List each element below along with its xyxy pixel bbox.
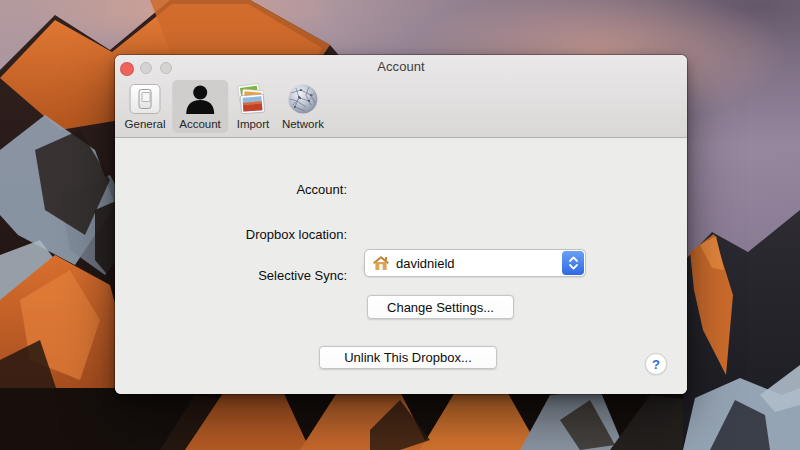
tab-label: Network xyxy=(282,118,324,130)
preferences-content: Account: mda.ur89.qlwe48Bhg@gmvlcd .nrem… xyxy=(115,138,687,394)
switch-icon xyxy=(129,83,160,115)
tab-label: Account xyxy=(179,118,221,130)
preferences-window: Account General Account xyxy=(115,55,687,394)
tab-label: Import xyxy=(237,118,270,130)
window-chrome: Account General Account xyxy=(115,55,687,138)
home-folder-icon xyxy=(373,256,389,270)
photos-stack-icon xyxy=(236,83,270,115)
change-settings-button[interactable]: Change Settings... xyxy=(367,295,514,319)
window-title: Account xyxy=(115,59,687,74)
globe-network-icon xyxy=(287,83,319,115)
titlebar[interactable]: Account xyxy=(115,55,687,77)
help-button[interactable]: ? xyxy=(645,353,667,375)
tab-import[interactable]: Import xyxy=(229,80,277,133)
selective-sync-label: Selective Sync: xyxy=(115,268,347,284)
tab-label: General xyxy=(125,118,166,130)
tab-account[interactable]: Account xyxy=(172,80,228,133)
dropdown-stepper-icon xyxy=(562,251,584,275)
dropdown-value: davidnield xyxy=(396,256,561,271)
tab-network[interactable]: Network xyxy=(275,80,331,133)
account-label: Account: xyxy=(115,182,347,198)
tab-general[interactable]: General xyxy=(118,80,173,133)
unlink-dropbox-button[interactable]: Unlink This Dropbox... xyxy=(319,346,497,369)
dropbox-location-label: Dropbox location: xyxy=(115,227,347,243)
dropbox-location-dropdown[interactable]: davidnield xyxy=(364,249,586,277)
person-icon xyxy=(185,83,215,115)
